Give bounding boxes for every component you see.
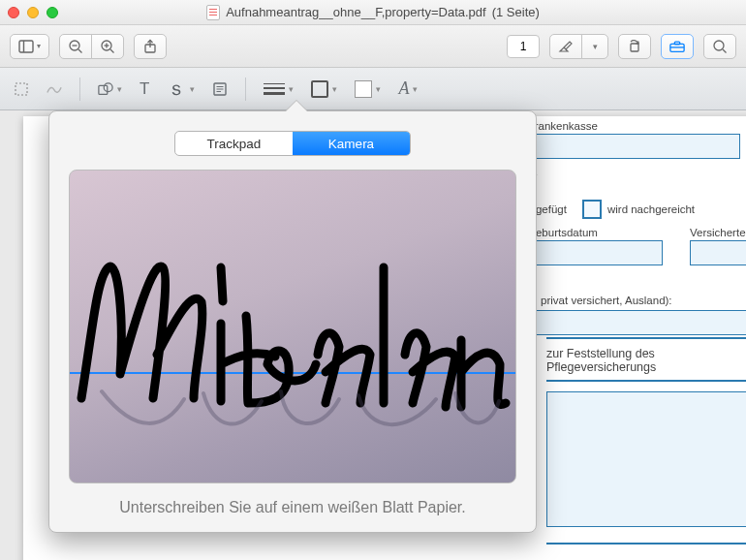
window-title-filename: Aufnahmeantrag__ohne__F,property=Data.pd… — [226, 5, 486, 19]
camera-tab[interactable]: Kamera — [293, 132, 410, 155]
highlight-icon — [558, 39, 574, 54]
svg-line-6 — [110, 49, 114, 53]
svg-point-15 — [714, 41, 724, 50]
markup-toolbar-button[interactable] — [661, 34, 694, 59]
krankenkasse-field[interactable] — [527, 134, 740, 159]
document-file-icon — [206, 5, 220, 20]
window-titlebar: Aufnahmeantrag__ohne__F,property=Data.pd… — [0, 0, 746, 25]
share-icon — [142, 39, 158, 54]
shapes-tool[interactable]: ▾ — [98, 76, 122, 103]
sidebar-icon — [18, 39, 34, 54]
sidebar-toggle-button[interactable]: ▾ — [10, 34, 49, 59]
close-window-button[interactable] — [8, 7, 19, 18]
zoom-in-button[interactable] — [91, 34, 124, 59]
minimize-window-button[interactable] — [27, 7, 39, 18]
signature-icon: ｓ — [167, 76, 186, 102]
zoom-group — [59, 34, 124, 59]
signature-shadow — [97, 382, 504, 450]
window-title: Aufnahmeantrag__ohne__F,property=Data.pd… — [0, 5, 746, 20]
chevron-down-icon: ▾ — [190, 84, 195, 94]
svg-line-16 — [723, 49, 727, 53]
line-weight-icon — [264, 83, 285, 95]
selection-icon — [14, 81, 29, 97]
svg-rect-11 — [631, 44, 638, 51]
chevron-down-icon: ▾ — [376, 84, 381, 94]
toolbar-divider — [79, 78, 80, 101]
svg-rect-17 — [16, 83, 27, 95]
chevron-down-icon: ▾ — [593, 42, 598, 51]
signature-source-segmented: Trackpad Kamera — [174, 131, 411, 156]
stroke-swatch-icon — [311, 80, 328, 98]
trackpad-tab[interactable]: Trackpad — [175, 132, 293, 155]
form-fragment: Krankenkasse er eigefügt wird nachgereic… — [527, 120, 746, 335]
zoom-out-icon — [68, 39, 83, 54]
geburtsdatum-label: Geburtsdatum — [527, 227, 663, 238]
section-line — [546, 543, 746, 544]
chevron-down-icon: ▾ — [289, 84, 294, 94]
main-toolbar: ▾ ▾ — [0, 25, 746, 68]
stroke-color-tool[interactable]: ▾ — [311, 76, 337, 103]
zoom-in-icon — [100, 39, 115, 54]
line-style-tool[interactable]: ▾ — [264, 76, 294, 103]
nachgereicht-label: wird nachgereicht — [607, 203, 695, 215]
section-line — [546, 337, 746, 339]
large-field[interactable] — [546, 391, 746, 527]
chevron-down-icon: ▾ — [37, 42, 41, 50]
privat-versichert-field[interactable] — [527, 310, 746, 335]
svg-line-3 — [78, 49, 82, 53]
sketch-icon — [47, 81, 62, 97]
text-style-icon: A — [398, 78, 409, 99]
svg-point-19 — [104, 82, 112, 91]
toolbar-divider — [245, 78, 246, 101]
shapes-icon — [98, 81, 113, 97]
svg-rect-13 — [674, 42, 679, 45]
chevron-down-icon: ▾ — [332, 84, 337, 94]
text-tool[interactable]: T — [140, 76, 149, 103]
chevron-down-icon: ▾ — [117, 84, 122, 94]
fill-color-tool[interactable]: ▾ — [355, 76, 381, 103]
versicherten-label: Versicherten — [690, 227, 746, 238]
signature-instruction: Unterschreiben Sie auf einem weißen Blat… — [69, 499, 516, 516]
svg-rect-18 — [99, 85, 108, 94]
rotate-button[interactable] — [618, 34, 651, 59]
svg-rect-0 — [19, 41, 33, 52]
window-controls — [8, 7, 58, 18]
zoom-window-button[interactable] — [47, 7, 58, 18]
search-icon — [712, 39, 728, 54]
chevron-down-icon: ▾ — [413, 84, 418, 94]
fill-swatch-icon — [355, 80, 372, 98]
privat-versichert-label: B. privat versichert, Ausland): — [527, 295, 746, 306]
search-button[interactable] — [703, 34, 736, 59]
markup-toolbar: ▾ T ｓ ▾ ▾ ▾ ▾ A ▾ — [0, 68, 746, 110]
zoom-out-button[interactable] — [59, 34, 92, 59]
rotate-icon — [627, 39, 642, 54]
toolbox-icon — [669, 39, 685, 54]
geburtsdatum-field[interactable] — [527, 240, 663, 265]
section-line — [546, 380, 746, 382]
feststellung-label: zur Feststellung des Pflegeversicherungs — [546, 347, 746, 374]
share-button[interactable] — [134, 34, 167, 59]
partial-label-er: er — [527, 171, 746, 182]
selection-tool[interactable] — [14, 76, 29, 103]
nachgereicht-checkbox[interactable] — [582, 200, 602, 219]
krankenkasse-label: Krankenkasse — [527, 120, 746, 132]
sketch-tool[interactable] — [47, 76, 62, 103]
highlight-menu-button[interactable]: ▾ — [581, 34, 608, 59]
note-tool[interactable] — [212, 76, 228, 103]
text-style-tool[interactable]: A ▾ — [398, 76, 418, 103]
page-number-field[interactable] — [507, 35, 540, 58]
highlight-group: ▾ — [549, 34, 608, 59]
signature-popover: Trackpad Kamera Unterschreiben Sie auf e… — [48, 110, 537, 533]
highlight-button[interactable] — [549, 34, 582, 59]
camera-preview — [69, 170, 516, 483]
window-title-pagecount: (1 Seite) — [492, 5, 540, 19]
signature-tool[interactable]: ｓ ▾ — [167, 76, 195, 103]
note-icon — [212, 81, 228, 97]
versicherten-field[interactable] — [690, 240, 746, 265]
